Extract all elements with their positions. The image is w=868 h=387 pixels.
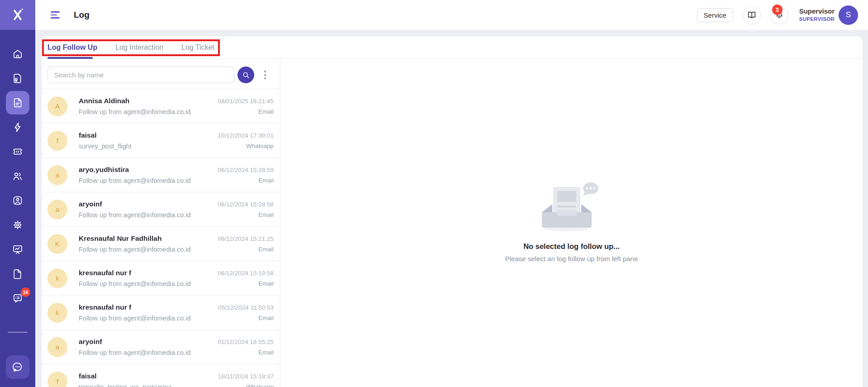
tab-log-ticket[interactable]: Log Ticket [181,43,214,52]
contact-name: aryoinf [79,338,218,346]
channel: Whatsapp [218,383,274,387]
avatar: k [47,268,67,288]
sidebar-item-home[interactable] [6,42,29,66]
log-tabbar: Log Follow Up Log Interaction Log Ticket [42,36,863,59]
notification-bell-button[interactable]: 3 [770,6,788,24]
lightning-icon [12,121,24,133]
contact-name: faisal [79,131,218,139]
list-item[interactable]: K Kresnaufal Nur Fadhillah Follow up fro… [42,227,280,261]
log-content-card: Log Follow Up Log Interaction Log Ticket… [42,36,863,387]
sidebar-divider [8,332,28,333]
channel: Email [218,211,274,218]
followup-subject: Follow up from agent@infomedia.co.id [79,349,218,356]
timestamp: 06/12/2024 15:28:59 [218,167,274,173]
file-icon [12,268,24,280]
page-title: Log [74,10,90,20]
sidebar-item-files[interactable] [6,262,29,286]
service-button[interactable]: Service [697,8,733,22]
avatar: f [47,372,67,387]
contact-name: Annisa Aldinah [79,97,218,105]
timestamp: 06/12/2024 15:19:58 [218,270,274,277]
list-item[interactable]: A Annisa Aldinah Follow up from agent@in… [42,89,280,124]
channel: Email [218,177,274,184]
avatar: a [47,165,67,185]
contact-name: kresnaufal nur f [79,303,218,311]
followup-subject: tempalte_testing_wa_pertamina [79,383,218,387]
sidebar-item-chat[interactable] [6,355,29,379]
search-icon [242,71,250,79]
avatar: f [47,131,67,151]
sidebar-item-actions[interactable] [6,115,29,139]
sidebar-item-feedback[interactable]: 24 [6,287,29,310]
search-row [42,59,280,89]
list-item[interactable]: f faisal tempalte_testing_wa_pertamina 1… [42,364,280,387]
users-icon [12,170,24,182]
user-info: Supervisor SUPERVISOR [799,7,835,22]
list-item[interactable]: f faisal survey_post_flight 10/12/2024 1… [42,124,280,158]
log-document-icon [12,97,24,109]
contact-name: Kresnaufal Nur Fadhillah [79,234,218,243]
top-header: Log Service 3 Supervisor SUPERVISOR S [35,0,868,30]
book-icon [747,10,757,20]
sidebar: 24 [0,0,35,387]
sidebar-item-certificate[interactable] [6,67,29,90]
followup-subject: Follow up from agent@infomedia.co.id [79,280,218,287]
sidebar-item-reports[interactable] [6,238,29,261]
followup-subject: Follow up from agent@infomedia.co.id [79,315,218,322]
settings-gear-icon [12,219,24,231]
empty-state: No selected log follow up... Please sele… [505,179,638,263]
certificate-icon [12,72,24,84]
list-item[interactable]: k kresnaufal nur f Follow up from agent@… [42,261,280,296]
more-options-kebab-icon[interactable] [261,68,269,82]
list-item[interactable]: a aryo.yudhistira Follow up from agent@i… [42,158,280,192]
timestamp: 10/12/2024 17:39:01 [218,132,274,139]
timestamp: 06/12/2024 15:21:25 [218,235,274,242]
avatar: K [47,234,67,254]
knowledge-book-button[interactable] [743,6,761,24]
channel: Whatsapp [218,143,274,149]
app-logo[interactable] [0,0,35,30]
active-tab-underline [47,57,93,59]
sidebar-item-ticket[interactable] [6,140,29,163]
search-input[interactable] [47,67,234,83]
list-item[interactable]: a aryoinf Follow up from agent@infomedia… [42,192,280,227]
channel: Email [218,315,274,321]
x-logo-icon [10,7,25,23]
presentation-chart-icon [12,244,24,255]
followup-subject: survey_post_flight [79,143,218,150]
empty-state-subtitle: Please select an log follow up from left… [505,255,638,263]
contact-name: kresnaufal nur f [79,269,218,277]
contact-name: faisal [79,372,218,380]
list-item[interactable]: k kresnaufal nur f Follow up from agent@… [42,296,280,330]
user-avatar[interactable]: S [839,5,858,25]
feedback-badge: 24 [21,287,30,297]
hamburger-menu-icon[interactable] [51,11,60,19]
tab-log-follow-up[interactable]: Log Follow Up [47,43,97,52]
home-icon [12,48,24,60]
sidebar-nav: 24 [0,30,35,387]
followup-subject: Follow up from agent@infomedia.co.id [79,177,218,184]
timestamp: 05/12/2024 11:50:53 [218,304,274,311]
list-item[interactable]: a aryoinf Follow up from agent@infomedia… [42,330,280,364]
avatar: k [47,303,67,323]
channel: Email [218,246,274,253]
avatar: a [47,337,67,357]
empty-inbox-illustration [537,179,605,232]
chat-icon [11,361,24,373]
user-role: SUPERVISOR [799,16,835,22]
timestamp: 18/11/2024 15:18:37 [218,373,274,380]
search-button[interactable] [237,67,254,83]
timestamp: 06/12/2024 15:28:58 [218,201,274,208]
sidebar-item-log[interactable] [6,91,29,115]
avatar: A [47,96,67,116]
avatar: a [47,200,67,220]
sidebar-item-users[interactable] [6,164,29,188]
followup-subject: Follow up from agent@infomedia.co.id [79,246,218,253]
ticket-icon [12,146,24,158]
tab-log-interaction[interactable]: Log Interaction [115,43,163,52]
followup-list-panel: A Annisa Aldinah Follow up from agent@in… [42,59,280,387]
timestamp: 01/12/2024 18:55:25 [218,339,274,345]
sidebar-item-settings[interactable] [6,213,29,237]
sidebar-item-contacts[interactable] [6,189,29,212]
detail-panel: No selected log follow up... Please sele… [280,59,863,387]
